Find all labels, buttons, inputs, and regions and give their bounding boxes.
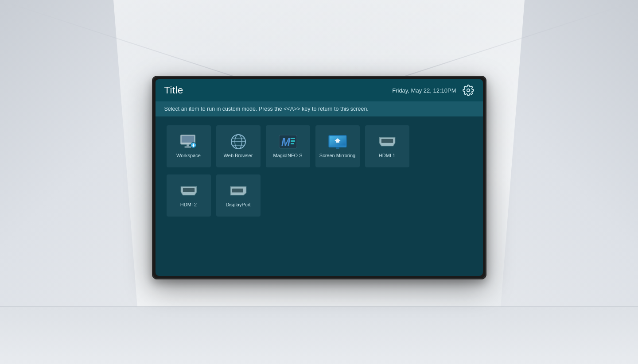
screen-title: Title xyxy=(164,85,183,96)
screen-mirroring-label: Screen Mirroring xyxy=(319,153,355,159)
header-bar: Title Friday, May 22, 12:10PM xyxy=(156,79,483,101)
app-row-2: HDMI 2 DisplayPort xyxy=(167,174,472,217)
app-row-1: Workspace xyxy=(167,125,472,167)
displayport-tile[interactable]: DisplayPort xyxy=(216,174,261,217)
tv-monitor: Title Friday, May 22, 12:10PM Select an … xyxy=(152,76,486,279)
svg-rect-14 xyxy=(291,138,295,139)
workspace-icon xyxy=(179,134,198,149)
app-grid: Workspace xyxy=(156,116,483,276)
header-right: Friday, May 22, 12:10PM xyxy=(392,85,474,96)
svg-text:M: M xyxy=(281,136,291,148)
svg-rect-16 xyxy=(291,143,294,144)
hdmi1-icon xyxy=(377,134,397,149)
globe-icon xyxy=(229,134,248,149)
displayport-icon xyxy=(229,183,248,198)
svg-rect-4 xyxy=(184,146,191,147)
svg-rect-22 xyxy=(232,189,243,193)
svg-rect-19 xyxy=(336,147,339,149)
web-browser-tile[interactable]: Web Browser xyxy=(216,125,261,167)
magicinfo-label: MagicINFO S xyxy=(273,153,302,159)
hdmi1-label: HDMI 1 xyxy=(379,153,395,159)
hdmi2-tile[interactable]: HDMI 2 xyxy=(167,174,211,217)
web-browser-label: Web Browser xyxy=(224,153,253,159)
svg-rect-3 xyxy=(187,144,189,147)
mirror-icon xyxy=(328,134,347,149)
magicinfo-icon: M xyxy=(278,134,298,149)
screen-mirroring-tile[interactable]: Screen Mirroring xyxy=(315,125,360,167)
instruction-bar: Select an item to run in custom mode. Pr… xyxy=(156,101,483,116)
magicinfo-tile[interactable]: M MagicINFO S xyxy=(266,125,310,167)
screen: Title Friday, May 22, 12:10PM Select an … xyxy=(156,79,483,276)
svg-point-0 xyxy=(467,89,470,92)
workspace-label: Workspace xyxy=(176,153,201,159)
hdmi2-label: HDMI 2 xyxy=(180,202,197,208)
room-background: Title Friday, May 22, 12:10PM Select an … xyxy=(0,0,638,364)
svg-rect-15 xyxy=(291,140,295,142)
svg-rect-2 xyxy=(181,136,194,143)
svg-rect-21 xyxy=(183,188,194,192)
tv-bezel: Title Friday, May 22, 12:10PM Select an … xyxy=(156,79,483,276)
hdmi2-icon xyxy=(179,183,198,198)
datetime-display: Friday, May 22, 12:10PM xyxy=(392,87,456,94)
settings-icon[interactable] xyxy=(463,85,474,96)
hdmi1-tile[interactable]: HDMI 1 xyxy=(365,125,409,167)
svg-rect-20 xyxy=(381,139,393,143)
workspace-tile[interactable]: Workspace xyxy=(167,125,211,167)
displayport-label: DisplayPort xyxy=(226,202,250,208)
shelf xyxy=(0,306,638,364)
